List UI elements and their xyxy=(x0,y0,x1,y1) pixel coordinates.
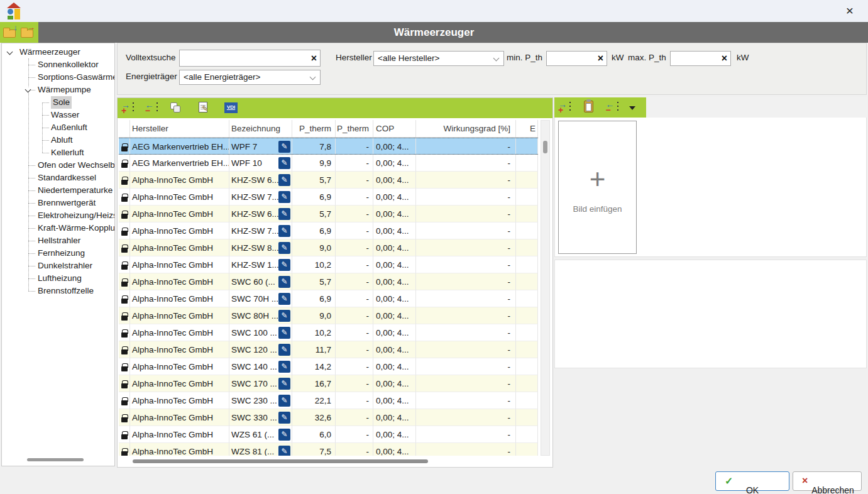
cancel-button[interactable]: × Abbrechen xyxy=(793,471,862,491)
table-row[interactable]: Alpha-InnoTec GmbHKHZ-SW 7...✎6,9-0,00; … xyxy=(119,222,538,239)
edit-icon[interactable]: ✎ xyxy=(278,242,290,254)
table-row[interactable]: Alpha-InnoTec GmbHSWC 140 ...✎14,2-0,00;… xyxy=(119,358,538,375)
edit-icon[interactable]: ✎ xyxy=(278,429,290,441)
paste-image-button[interactable] xyxy=(582,100,597,115)
export-folder-button[interactable]: → xyxy=(20,26,35,39)
table-hscrollbar[interactable] xyxy=(119,458,540,465)
col-bezeichnung[interactable]: Bezeichnung xyxy=(229,120,292,137)
clear-min-pth-icon[interactable]: × xyxy=(598,54,603,63)
table-row[interactable]: Alpha-InnoTec GmbHKHZ-SW 6...✎5,7-0,00; … xyxy=(119,172,538,189)
table-row[interactable]: Alpha-InnoTec GmbHKHZ-SW 6...✎5,7-0,00; … xyxy=(119,206,538,222)
chevron-down-icon[interactable] xyxy=(25,87,31,93)
tree-item-kraft-wärme-kopplu[interactable]: Kraft-Wärme-Kopplu xyxy=(2,222,114,234)
tree-item-dunkelstrahler[interactable]: Dunkelstrahler xyxy=(2,260,114,272)
ok-button[interactable]: ✓ OK xyxy=(715,471,789,491)
fulltext-input[interactable] xyxy=(182,50,287,66)
hersteller-select[interactable]: <alle Hersteller> xyxy=(373,51,504,66)
table-vscrollbar-thumb[interactable] xyxy=(543,141,547,153)
tree-item-ofen-oder-wechselb[interactable]: Ofen oder Wechselb xyxy=(2,159,114,172)
edit-icon[interactable]: ✎ xyxy=(278,259,290,271)
clear-fulltext-icon[interactable]: × xyxy=(311,54,317,63)
edit-icon[interactable]: ✎ xyxy=(278,191,290,203)
table-row[interactable]: Alpha-InnoTec GmbHSWC 100 ...✎10,2-0,00;… xyxy=(119,324,538,341)
edit-icon[interactable]: ✎ xyxy=(278,361,290,373)
tree-item-brennwertgerät[interactable]: Brennwertgerät xyxy=(2,197,114,209)
col-e[interactable]: E xyxy=(516,120,538,137)
table-row[interactable]: Alpha-InnoTec GmbHKHZ-SW 7...✎6,9-0,00; … xyxy=(119,189,538,206)
image-menu-button[interactable] xyxy=(629,100,638,115)
edit-icon[interactable]: ✎ xyxy=(278,293,290,305)
tree-item-kellerluft[interactable]: Kellerluft xyxy=(2,146,114,159)
table-row[interactable]: Alpha-InnoTec GmbHSWC 70H ...✎6,9-0,00; … xyxy=(119,290,538,307)
table-row[interactable]: Alpha-InnoTec GmbHKHZ-SW 1...✎10,2-0,00;… xyxy=(119,256,538,273)
add-image-button[interactable]: → + xyxy=(558,100,573,115)
edit-icon[interactable]: ✎ xyxy=(278,310,290,322)
tree-item-sonnenkollektor[interactable]: Sonnenkollektor xyxy=(2,58,114,71)
table-row[interactable]: Alpha-InnoTec GmbHSWC 120 ...✎11,7-0,00;… xyxy=(119,341,538,358)
edit-icon[interactable]: ✎ xyxy=(278,141,290,153)
edit-icon[interactable]: ✎ xyxy=(278,446,290,456)
col-p-therm-2[interactable]: P_therm xyxy=(336,120,373,137)
copy-entry-button[interactable] xyxy=(169,101,184,116)
table-row[interactable]: Alpha-InnoTec GmbHKHZ-SW 8...✎9,0-0,00; … xyxy=(119,239,538,256)
col-hersteller[interactable]: Hersteller xyxy=(130,120,229,137)
edit-icon[interactable]: ✎ xyxy=(278,412,290,424)
remove-entry-button[interactable]: ← − xyxy=(145,101,160,116)
tree-item-wärmepumpe[interactable]: Wärmepumpe xyxy=(2,84,114,96)
edit-icon[interactable]: ✎ xyxy=(278,225,290,237)
table-row[interactable]: Alpha-InnoTec GmbHSWC 230 ...✎22,1-0,00;… xyxy=(119,392,538,409)
table-row[interactable]: Alpha-InnoTec GmbHSWC 330 ...✎32,6-0,00;… xyxy=(119,409,538,426)
image-placeholder[interactable]: + Bild einfügen xyxy=(558,121,637,254)
lock-icon xyxy=(121,197,128,202)
table-hscrollbar-thumb[interactable] xyxy=(133,459,428,463)
clear-max-pth-icon[interactable]: × xyxy=(722,54,727,63)
table-row[interactable]: AEG Markenvertrieb EH...WPF 10✎9,9-0,00;… xyxy=(119,155,538,172)
tree-item-hellstrahler[interactable]: Hellstrahler xyxy=(2,234,114,247)
table-vscrollbar[interactable] xyxy=(541,120,550,456)
tree-item-standardkessel[interactable]: Standardkessel xyxy=(2,172,114,184)
cell-cop: 0,00; 4... xyxy=(373,358,416,375)
cell-p-therm: 10,2 xyxy=(292,324,336,341)
max-pth-input[interactable] xyxy=(673,52,718,65)
tree-item-elektroheizung-heizs[interactable]: Elektroheizung/Heizs xyxy=(2,209,114,222)
tree-item-wasser[interactable]: Wasser xyxy=(2,109,114,121)
edit-icon[interactable]: ✎ xyxy=(278,157,290,169)
table-row[interactable]: Alpha-InnoTec GmbHSWC 80H ...✎9,0-0,00; … xyxy=(119,307,538,324)
remove-image-button[interactable]: ← − xyxy=(606,100,621,115)
tree-item-fernheizung[interactable]: Fernheizung xyxy=(2,247,114,260)
close-icon[interactable]: × xyxy=(842,3,858,19)
tree-hscrollbar-thumb[interactable] xyxy=(27,458,84,461)
min-pth-input[interactable] xyxy=(549,52,594,65)
col-cop[interactable]: COP xyxy=(373,120,416,137)
tree-item-brennstoffzelle[interactable]: Brennstoffzelle xyxy=(2,285,114,297)
table-row[interactable]: Alpha-InnoTec GmbHWZS 61 (...✎6,0-0,00; … xyxy=(119,426,538,443)
edit-icon[interactable]: ✎ xyxy=(278,344,290,356)
vdi-import-button[interactable]: VDI xyxy=(224,101,239,116)
edit-icon[interactable]: ✎ xyxy=(278,378,290,390)
tree-item-sole[interactable]: Sole xyxy=(2,96,114,109)
cell-p-therm-2: - xyxy=(336,307,373,324)
tree-item-außenluft[interactable]: Außenluft xyxy=(2,121,114,134)
edit-icon[interactable]: ✎ xyxy=(278,174,290,186)
tree-item-niedertemperaturke[interactable]: Niedertemperaturke xyxy=(2,184,114,197)
import-folder-button[interactable]: ↓ xyxy=(3,26,18,39)
chevron-down-icon[interactable] xyxy=(7,49,13,55)
table-row[interactable]: AEG Markenvertrieb EH...WPF 7✎7,8-0,00; … xyxy=(119,138,538,155)
tree-item-luftheizung[interactable]: Luftheizung xyxy=(2,272,114,285)
col-p-therm[interactable]: P_therm xyxy=(292,120,336,137)
tree-item-sorptions-gaswärme[interactable]: Sorptions-Gaswärme xyxy=(2,71,114,84)
energietraeger-select[interactable]: <alle Energieträger> xyxy=(179,70,321,85)
add-entry-button[interactable]: → + xyxy=(121,101,136,116)
edit-entry-button[interactable]: ✎ xyxy=(197,101,212,116)
cell-p-therm-2: - xyxy=(336,290,373,307)
table-row[interactable]: Alpha-InnoTec GmbHSWC 170 ...✎16,7-0,00;… xyxy=(119,375,538,392)
tree-item-wärmeerzeuger[interactable]: Wärmeerzeuger xyxy=(2,46,114,58)
table-row[interactable]: Alpha-InnoTec GmbHSWC 60 (...✎5,7-0,00; … xyxy=(119,273,538,290)
edit-icon[interactable]: ✎ xyxy=(278,276,290,288)
tree-item-abluft[interactable]: Abluft xyxy=(2,134,114,146)
col-wirkungsgrad[interactable]: Wirkungsgrad [%] xyxy=(416,120,516,137)
table-row[interactable]: Alpha-InnoTec GmbHWZS 81 (...✎7,5-0,00; … xyxy=(119,443,538,456)
edit-icon[interactable]: ✎ xyxy=(278,395,290,407)
edit-icon[interactable]: ✎ xyxy=(278,327,290,339)
edit-icon[interactable]: ✎ xyxy=(278,208,290,220)
